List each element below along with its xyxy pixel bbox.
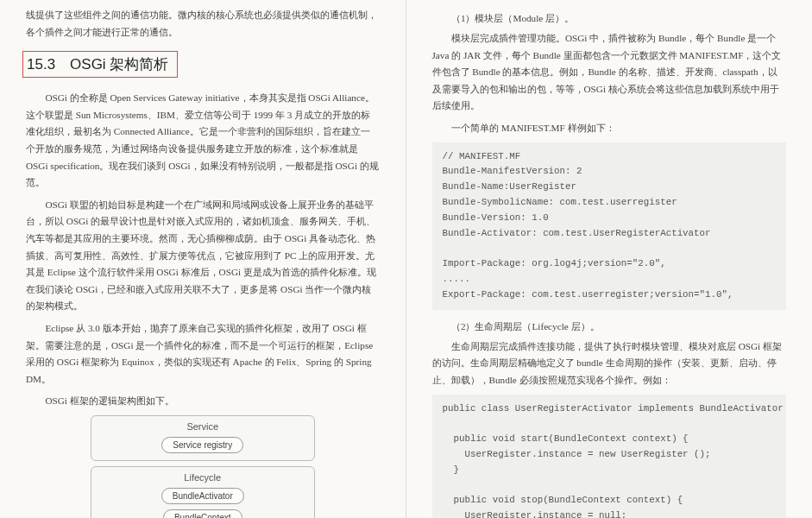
module-layer-head: （1）模块层（Module 层）。 [432,10,787,27]
paragraph-1: OSGi 的全称是 Open Services Gateway initiati… [26,90,380,192]
lifecycle-layer-body: 生命周期层完成插件连接功能，提供了执行时模块管理、模块对底层 OSGi 框架的访… [432,338,787,389]
lifecycle-layer-head: （2）生命周期层（Lifecycle 层）。 [432,319,787,335]
diagram-service-registry: Service registry [161,437,243,453]
manifest-lead: 一个简单的 MANIFEST.MF 样例如下： [432,120,787,137]
paragraph-2: OSGi 联盟的初始目标是构建一个在广域网和局域网或设备上展开业务的基础平台，所… [26,197,380,315]
intro-continuation: 线提供了这些组件之间的通信功能。微内核的核心系统也必须提供类似的通信机制，各个插… [26,7,380,41]
section-heading: 15.3 OSGi 架构简析 [22,51,178,78]
paragraph-3: Eclipse 从 3.0 版本开始，抛弃了原来自己实现的插件化框架，改用了 O… [26,320,380,388]
manifest-code: // MANIFEST.MF Bundle-ManifestVersion: 2… [432,142,787,310]
diagram-service-group: Service Service registry [91,415,315,461]
paragraph-4: OSGi 框架的逻辑架构图如下。 [26,393,380,410]
diagram-bundle-context: BundleContext [163,509,242,518]
page-right: （1）模块层（Module 层）。 模块层完成插件管理功能。OSGi 中，插件被… [406,0,813,518]
page-left: 线提供了这些组件之间的通信功能。微内核的核心系统也必须提供类似的通信机制，各个插… [0,0,406,518]
activator-code: public class UserRegisterActivator imple… [432,395,787,518]
module-layer-body: 模块层完成插件管理功能。OSGi 中，插件被称为 Bundle，每个 Bundl… [432,30,787,115]
diagram-lifecycle-title: Lifecycle [100,472,305,483]
architecture-diagram: Service Service registry Lifecycle Bundl… [91,415,315,518]
diagram-service-title: Service [100,421,305,432]
diagram-bundle-activator: BundleActivator [161,488,244,504]
diagram-lifecycle-group: Lifecycle BundleActivator BundleContext [91,466,315,518]
